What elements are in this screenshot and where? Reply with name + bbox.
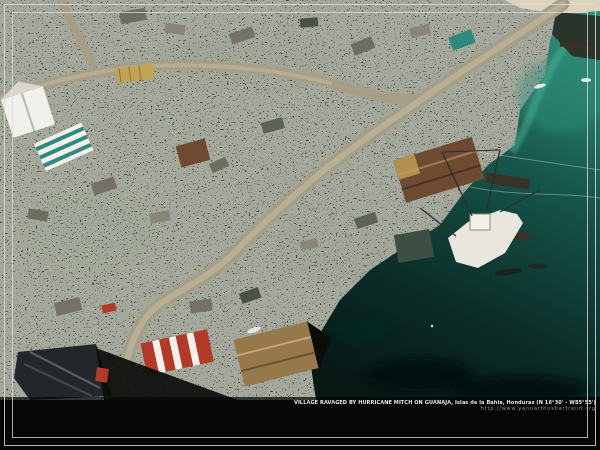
aerial-photo-scene <box>0 0 600 400</box>
framed-photo-page: VILLAGE RAVAGED BY HURRICANE MITCH ON GU… <box>0 0 600 450</box>
seabird-speck <box>431 325 433 327</box>
red-hut <box>95 367 109 383</box>
photo-credit-url: http://www.yannarthusbertrand.org <box>294 406 596 412</box>
photo-caption-block: VILLAGE RAVAGED BY HURRICANE MITCH ON GU… <box>294 399 596 412</box>
